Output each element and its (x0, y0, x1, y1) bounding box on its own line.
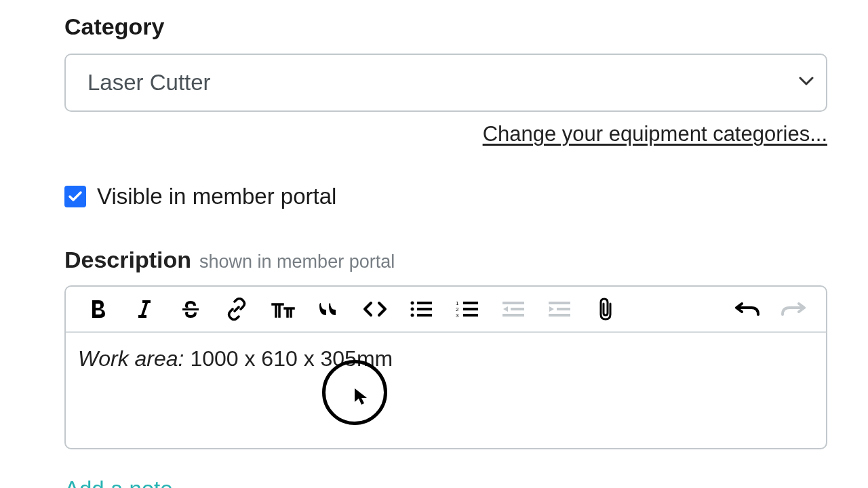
description-textarea[interactable]: Work area: 1000 x 610 x 305mm (66, 333, 826, 448)
svg-rect-15 (549, 302, 570, 304)
svg-rect-1 (417, 302, 432, 304)
editor-toolbar: 123 (66, 287, 826, 333)
svg-point-2 (411, 308, 414, 311)
category-label: Category (64, 14, 827, 40)
add-note-link[interactable]: Add a note (64, 476, 827, 488)
svg-text:3: 3 (456, 312, 459, 319)
description-editor: 123 Work area: 1000 x 610 x 305mm (64, 285, 827, 449)
svg-rect-12 (502, 302, 524, 304)
link-button[interactable] (214, 290, 260, 328)
svg-rect-13 (511, 308, 524, 310)
undo-button[interactable] (724, 290, 770, 328)
description-label: Description (64, 247, 191, 273)
bullet-list-button[interactable] (398, 290, 444, 328)
change-categories-link[interactable]: Change your equipment categories... (64, 122, 827, 146)
svg-rect-3 (417, 308, 432, 310)
quote-button[interactable] (306, 290, 352, 328)
svg-rect-9 (463, 308, 478, 310)
visible-portal-label: Visible in member portal (97, 184, 336, 209)
indent-button[interactable] (536, 290, 583, 328)
description-sublabel: shown in member portal (199, 251, 395, 272)
check-icon (68, 190, 83, 203)
svg-point-0 (411, 302, 414, 305)
svg-point-4 (411, 314, 414, 317)
svg-rect-5 (417, 314, 432, 317)
svg-rect-11 (463, 314, 478, 317)
cursor-pointer-icon (353, 387, 368, 406)
svg-text:1: 1 (456, 300, 459, 306)
svg-rect-17 (549, 314, 570, 317)
svg-rect-7 (463, 302, 478, 304)
svg-rect-14 (502, 314, 524, 317)
category-select[interactable]: Laser Cutter (64, 54, 827, 112)
visible-portal-checkbox[interactable] (64, 186, 86, 207)
code-button[interactable] (352, 290, 398, 328)
italic-button[interactable] (121, 290, 167, 328)
attachment-button[interactable] (583, 290, 629, 328)
strikethrough-button[interactable] (167, 290, 214, 328)
outdent-button[interactable] (490, 290, 536, 328)
bold-button[interactable] (75, 290, 121, 328)
svg-rect-16 (557, 308, 570, 310)
description-text: 1000 x 610 x 305mm (184, 346, 393, 371)
heading-button[interactable] (260, 290, 306, 328)
numbered-list-button[interactable]: 123 (444, 290, 490, 328)
redo-button[interactable] (770, 290, 816, 328)
svg-text:2: 2 (456, 306, 459, 312)
description-text-italic: Work area: (78, 346, 184, 371)
